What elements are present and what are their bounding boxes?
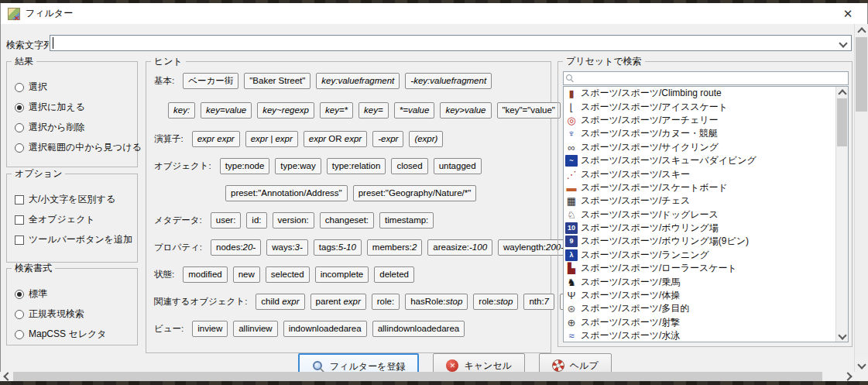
- hint-button[interactable]: parent expr: [310, 294, 366, 310]
- search-input[interactable]: [50, 35, 852, 51]
- hint-button[interactable]: key:: [168, 102, 195, 119]
- hint-button[interactable]: preset:"Geography/Nature/*": [353, 185, 477, 201]
- preset-item[interactable]: ⋰スポーツ/スポーツ/スキー: [564, 167, 848, 180]
- scrollbar-thumb[interactable]: [13, 372, 822, 381]
- preset-item[interactable]: ≈スポーツ/スポーツ/水泳: [564, 329, 848, 342]
- filter-dialog: フィルター ✕ 検索文字列: 結果 選択選択に加える選択から削除選択範囲の中から…: [0, 0, 868, 385]
- preset-list-scrollbar[interactable]: [835, 87, 848, 342]
- preset-item[interactable]: ⊛スポーツ/スポーツ/多目的: [564, 302, 848, 315]
- preset-item[interactable]: ⌊スポーツ/スポーツ/アイススケート: [564, 100, 848, 113]
- hint-button[interactable]: id:: [246, 212, 266, 229]
- preset-item[interactable]: ♘スポーツ/スポーツ/ドッグレース: [564, 208, 848, 222]
- hint-button[interactable]: role:: [372, 294, 400, 310]
- option-checkbox[interactable]: 大/小文字を区別する: [15, 193, 134, 206]
- hint-button[interactable]: timestamp:: [379, 212, 434, 229]
- hint-button[interactable]: incomplete: [315, 266, 369, 283]
- scrollbar-thumb[interactable]: [856, 37, 867, 112]
- preset-item[interactable]: ♞スポーツ/スポーツ/乗馬: [564, 275, 848, 288]
- preset-item[interactable]: ▦スポーツ/スポーツ/チェス: [564, 194, 848, 208]
- hint-button[interactable]: selected: [266, 266, 310, 283]
- hint-button[interactable]: key=: [359, 102, 389, 119]
- preset-item[interactable]: ▙スポーツ/スポーツ/ローラースケート: [564, 262, 848, 275]
- scroll-down-icon[interactable]: [855, 359, 868, 372]
- preset-item[interactable]: ⊕スポーツ/スポーツ/射撃: [564, 316, 848, 329]
- combo-dropdown-icon[interactable]: [839, 39, 847, 47]
- hint-button[interactable]: deleted: [374, 266, 414, 283]
- hint-button[interactable]: allindownloadedarea: [372, 321, 465, 337]
- hint-button[interactable]: type:node: [220, 158, 270, 174]
- hint-button[interactable]: preset:"Annotation/Address": [225, 185, 348, 201]
- scroll-up-icon[interactable]: [836, 87, 848, 98]
- format-radio[interactable]: 正規表現検索: [15, 308, 134, 321]
- result-radio[interactable]: 選択から削除: [15, 121, 134, 134]
- hint-button[interactable]: (expr): [409, 131, 443, 147]
- hint-button[interactable]: key>value: [440, 102, 491, 119]
- preset-item-label: スポーツ/スポーツ/サイクリング: [581, 141, 719, 154]
- dialog-vertical-scrollbar[interactable]: [854, 24, 868, 372]
- hint-button[interactable]: inview: [192, 321, 228, 337]
- hint-button[interactable]: expr expr: [192, 131, 240, 147]
- preset-item[interactable]: ~スポーツ/スポーツ/スキューバダイビング: [564, 154, 848, 167]
- hint-button[interactable]: areasize:-100: [427, 239, 492, 256]
- hint-button[interactable]: type:relation: [327, 158, 386, 174]
- hint-button[interactable]: type:way: [275, 158, 321, 174]
- hint-button[interactable]: -expr: [372, 131, 403, 147]
- scroll-down-icon[interactable]: [836, 330, 848, 342]
- hint-button[interactable]: tags:5-10: [314, 239, 362, 256]
- hint-button[interactable]: hasRole:stop: [405, 294, 468, 310]
- preset-item[interactable]: ▮スポーツ/スポーツ/Climbing route: [564, 87, 848, 100]
- preset-item[interactable]: ♆スポーツ/スポーツ/カヌー・競艇: [564, 127, 848, 140]
- preset-item-label: スポーツ/スポーツ/水泳: [581, 329, 680, 342]
- preset-list[interactable]: ▮スポーツ/スポーツ/Climbing route⌊スポーツ/スポーツ/アイスス…: [563, 86, 849, 342]
- hint-button[interactable]: key=value: [201, 102, 252, 119]
- hint-button[interactable]: child expr: [256, 294, 304, 310]
- scroll-right-icon[interactable]: [842, 372, 855, 381]
- result-radio[interactable]: 選択に加える: [15, 101, 134, 114]
- hint-button[interactable]: ベーカー街: [183, 73, 238, 89]
- preset-search-input[interactable]: [563, 71, 849, 85]
- scroll-left-icon[interactable]: [0, 372, 13, 381]
- preset-item[interactable]: ◎スポーツ/スポーツ/アーチェリー: [564, 114, 848, 127]
- scroll-up-icon[interactable]: [855, 24, 868, 37]
- hint-button[interactable]: allinview: [233, 321, 277, 337]
- result-radio[interactable]: 選択範囲の中から見つける: [15, 141, 134, 154]
- option-checkbox[interactable]: ツールバーボタンを追加: [15, 233, 134, 246]
- hint-button[interactable]: modified: [183, 266, 227, 283]
- hint-button[interactable]: ways:3-: [266, 239, 308, 256]
- hint-button[interactable]: changeset:: [320, 212, 374, 229]
- preset-item[interactable]: 10スポーツ/スポーツ/ボウリング場: [564, 222, 848, 235]
- preset-item[interactable]: 9スポーツ/スポーツ/ボウリング場(9ピン): [564, 235, 848, 248]
- preset-item[interactable]: λスポーツ/スポーツ/ランニング: [564, 249, 848, 262]
- preset-item[interactable]: Ψスポーツ/スポーツ/体操: [564, 289, 848, 302]
- hint-button[interactable]: members:2: [367, 239, 423, 256]
- hint-button[interactable]: user:: [211, 212, 242, 229]
- result-radio[interactable]: 選択: [15, 81, 134, 94]
- hint-button[interactable]: key~regexp: [257, 102, 314, 119]
- hint-button[interactable]: closed: [391, 158, 427, 174]
- hint-button[interactable]: key=*: [320, 102, 353, 119]
- hint-button[interactable]: indownloadedarea: [283, 321, 367, 337]
- options-group-title: オプション: [12, 168, 65, 179]
- cycling-icon: ∞: [565, 142, 578, 153]
- format-radio[interactable]: 標準: [15, 287, 134, 301]
- hint-button[interactable]: "key"="value": [497, 102, 561, 119]
- dialog-horizontal-scrollbar[interactable]: [0, 372, 855, 381]
- preset-item[interactable]: ▬スポーツ/スポーツ/スケートボード: [564, 181, 848, 194]
- option-checkbox[interactable]: 全オブジェクト: [15, 213, 134, 226]
- hint-button[interactable]: nth:7: [523, 294, 554, 310]
- format-radio[interactable]: MapCSS セレクタ: [15, 328, 134, 341]
- hint-button[interactable]: version:: [273, 212, 314, 229]
- hint-button[interactable]: expr | expr: [245, 131, 298, 147]
- preset-item[interactable]: ∞スポーツ/スポーツ/サイクリング: [564, 141, 848, 154]
- hint-button[interactable]: new: [233, 266, 260, 283]
- hint-button[interactable]: -key:valuefragment: [405, 73, 492, 89]
- hint-button[interactable]: nodes:20-: [211, 239, 261, 256]
- close-icon[interactable]: ✕: [835, 3, 861, 24]
- hint-button[interactable]: *=value: [394, 102, 435, 119]
- hint-button[interactable]: expr OR expr: [304, 131, 367, 147]
- hint-button[interactable]: "Baker Street": [244, 73, 310, 89]
- scrollbar-thumb[interactable]: [837, 98, 847, 146]
- hint-button[interactable]: role:stop: [473, 294, 518, 310]
- hint-button[interactable]: key:valuefragment: [316, 73, 400, 89]
- hint-button[interactable]: untagged: [434, 158, 482, 174]
